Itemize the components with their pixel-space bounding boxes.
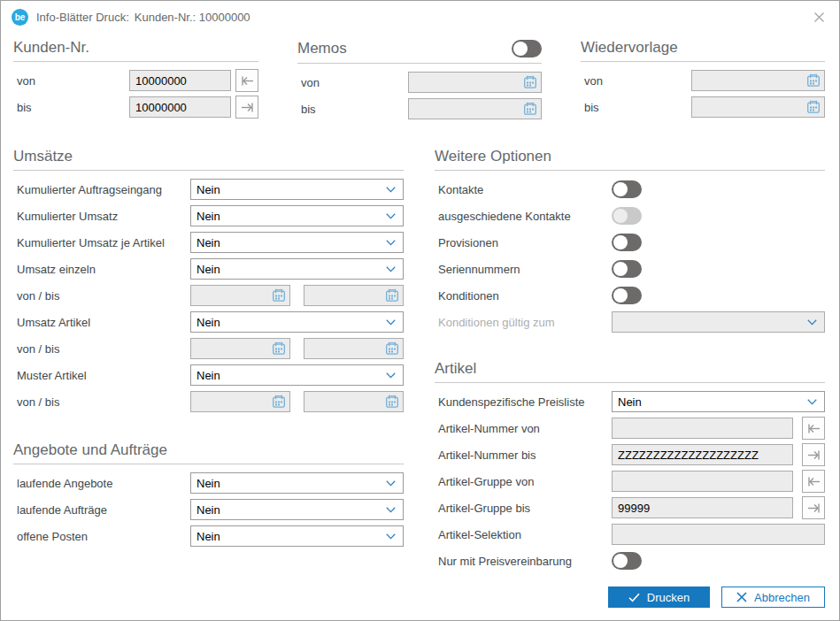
artikel-gruppe-von-input[interactable] bbox=[612, 471, 793, 492]
drucken-button[interactable]: Drucken bbox=[608, 586, 710, 608]
field-label: Kumulierter Auftragseingang bbox=[13, 183, 190, 196]
field-label: Kundenspezifische Preisliste bbox=[435, 395, 612, 409]
field-label: Umsatz Artikel bbox=[13, 316, 190, 329]
artikel-selektion-input[interactable] bbox=[612, 524, 825, 545]
goto-first-button[interactable] bbox=[802, 470, 825, 493]
date-to-input[interactable] bbox=[304, 338, 404, 359]
chevron-down-icon bbox=[386, 213, 396, 219]
calendar-icon[interactable] bbox=[272, 341, 286, 356]
section-title: Weitere Optionen bbox=[435, 149, 551, 165]
laufende-auftraege-select[interactable]: Nein bbox=[190, 499, 404, 520]
section-header: Umsätze bbox=[13, 149, 404, 171]
kundenspezifische-preisliste-row: Kundenspezifische Preisliste Nein bbox=[435, 388, 825, 415]
calendar-icon[interactable] bbox=[806, 73, 821, 88]
toggle-knob bbox=[613, 235, 628, 249]
nur-mit-preisvereinbarung-row: Nur mit Preisvereinbarung bbox=[435, 548, 825, 574]
calendar-icon[interactable] bbox=[385, 395, 399, 409]
toggle-knob bbox=[613, 288, 628, 303]
field-label: Provisionen bbox=[435, 236, 612, 249]
nur-mit-preisvereinbarung-toggle[interactable] bbox=[612, 552, 642, 570]
konditionen-gueltig-zum-select bbox=[612, 311, 825, 333]
toggle-knob bbox=[613, 209, 628, 223]
field-label: Muster Artikel bbox=[13, 369, 190, 382]
seriennummern-row: Seriennummern bbox=[435, 256, 825, 282]
abbrechen-button-label: Abbrechen bbox=[754, 591, 810, 604]
section-kunden-nr: Kunden-Nr. von 10000000 bis 10000000 bbox=[13, 40, 258, 120]
field-label: Artikel-Nummer bis bbox=[435, 448, 612, 462]
memos-bis-row: bis bbox=[297, 96, 542, 122]
close-button[interactable] bbox=[809, 7, 828, 27]
kumulierter-auftragseingang-select[interactable]: Nein bbox=[190, 179, 404, 200]
abbrechen-button[interactable]: Abbrechen bbox=[721, 586, 825, 608]
wiedervorlage-von-date-input[interactable] bbox=[691, 70, 825, 91]
calendar-icon[interactable] bbox=[272, 395, 286, 409]
calendar-icon[interactable] bbox=[272, 288, 286, 303]
artikel-nummer-von-input[interactable] bbox=[612, 418, 793, 439]
memos-toggle[interactable] bbox=[512, 40, 542, 58]
provisionen-toggle[interactable] bbox=[612, 234, 642, 251]
select-value: Nein bbox=[197, 477, 220, 490]
select-value: Nein bbox=[197, 210, 220, 223]
date-to-input[interactable] bbox=[304, 391, 404, 412]
kunden-nr-bis-row: bis 10000000 bbox=[13, 94, 258, 120]
chevron-down-icon bbox=[807, 399, 817, 405]
goto-first-button[interactable] bbox=[235, 69, 258, 92]
goto-last-button[interactable] bbox=[802, 443, 825, 466]
section-title: Artikel bbox=[435, 361, 476, 377]
goto-last-button[interactable] bbox=[802, 496, 825, 519]
section-header: Memos bbox=[297, 40, 542, 64]
kunden-nr-bis-input[interactable]: 10000000 bbox=[129, 96, 231, 118]
section-header: Kunden-Nr. bbox=[13, 40, 258, 62]
dialog-window: be Info-Blätter Druck:Kunden-Nr.: 100000… bbox=[0, 0, 840, 621]
laufende-angebote-select[interactable]: Nein bbox=[190, 472, 404, 494]
calendar-icon[interactable] bbox=[523, 75, 537, 89]
artikel-nummer-bis-input[interactable]: ZZZZZZZZZZZZZZZZZZZZ bbox=[612, 444, 793, 465]
toggle-knob bbox=[513, 42, 528, 56]
section-header: Wiedervorlage bbox=[581, 40, 825, 62]
section-memos: Memos von bis bbox=[297, 40, 542, 122]
goto-first-icon bbox=[241, 75, 254, 87]
kumulierter-umsatz-je-artikel-select[interactable]: Nein bbox=[190, 232, 404, 253]
kumulierter-umsatz-select[interactable]: Nein bbox=[190, 205, 404, 226]
konditionen-toggle[interactable] bbox=[612, 287, 642, 304]
date-from-input[interactable] bbox=[190, 338, 290, 359]
close-icon bbox=[813, 12, 825, 23]
app-logo-icon: be bbox=[12, 9, 28, 26]
calendar-icon[interactable] bbox=[385, 341, 399, 356]
memos-bis-date-input[interactable] bbox=[408, 98, 542, 119]
calendar-icon[interactable] bbox=[806, 100, 821, 114]
goto-last-icon bbox=[807, 449, 821, 461]
wiedervorlage-bis-date-input[interactable] bbox=[691, 96, 825, 118]
section-title: Umsätze bbox=[13, 149, 73, 165]
artikel-nummer-von-row: Artikel-Nummer von bbox=[435, 415, 825, 441]
date-from-input[interactable] bbox=[190, 285, 290, 306]
select-value: Nein bbox=[197, 503, 220, 517]
goto-first-button[interactable] bbox=[802, 417, 825, 440]
memos-von-date-input[interactable] bbox=[408, 72, 542, 93]
muster-artikel-select[interactable]: Nein bbox=[190, 364, 404, 386]
date-from-input[interactable] bbox=[190, 391, 290, 412]
artikel-gruppe-bis-input[interactable]: 99999 bbox=[612, 497, 793, 518]
field-label: Konditionen gültig zum bbox=[435, 316, 612, 329]
kunden-nr-von-input[interactable]: 10000000 bbox=[129, 70, 231, 91]
kundenspezifische-preisliste-select[interactable]: Nein bbox=[612, 391, 825, 412]
field-label: ausgeschiedene Kontakte bbox=[435, 210, 612, 223]
x-icon bbox=[736, 592, 747, 602]
umsatz-artikel-select[interactable]: Nein bbox=[190, 311, 404, 333]
chevron-down-icon bbox=[386, 480, 396, 487]
kontakte-toggle[interactable] bbox=[612, 180, 642, 198]
section-header: Artikel bbox=[435, 361, 825, 383]
calendar-icon[interactable] bbox=[385, 288, 399, 303]
seriennummern-toggle[interactable] bbox=[612, 260, 642, 278]
artikel-gruppe-bis-row: Artikel-Gruppe bis 99999 bbox=[435, 494, 825, 521]
umsatz-einzeln-select[interactable]: Nein bbox=[190, 258, 404, 280]
offene-posten-select[interactable]: Nein bbox=[190, 525, 404, 547]
section-angebote-und-auftraege: Angebote und Aufträge laufende Angebote … bbox=[13, 442, 404, 549]
field-label: Artikel-Gruppe bis bbox=[435, 502, 612, 515]
chevron-down-icon bbox=[386, 507, 396, 513]
umsatz-artikel-von-bis-row: von / bis bbox=[13, 335, 404, 362]
date-to-input[interactable] bbox=[304, 285, 404, 306]
goto-last-button[interactable] bbox=[235, 96, 258, 119]
calendar-icon[interactable] bbox=[523, 102, 537, 116]
section-header: Angebote und Aufträge bbox=[13, 442, 404, 464]
